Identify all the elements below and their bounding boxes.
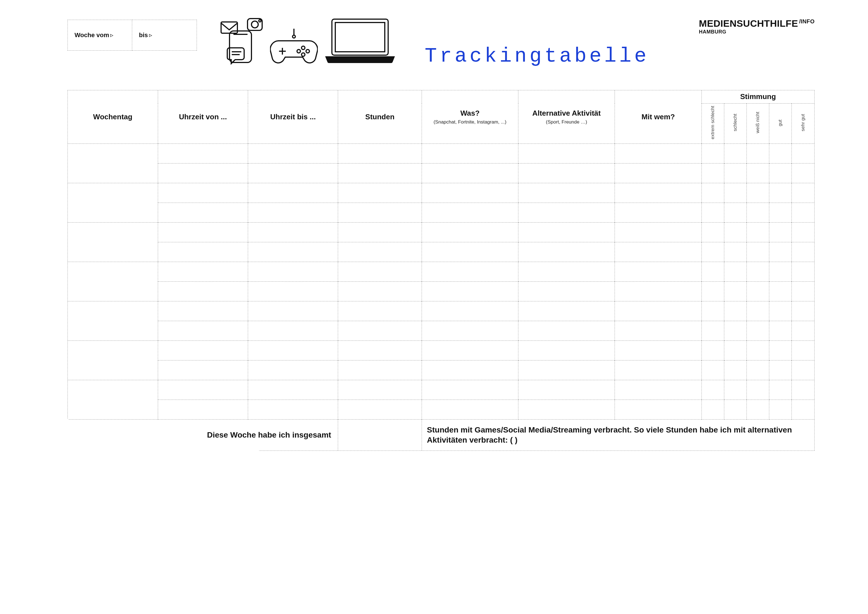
data-cell[interactable] xyxy=(615,222,702,242)
data-cell[interactable] xyxy=(724,321,747,341)
data-cell[interactable] xyxy=(518,144,615,163)
data-cell[interactable] xyxy=(769,163,792,183)
data-cell[interactable] xyxy=(248,262,338,282)
data-cell[interactable] xyxy=(792,321,814,341)
data-cell[interactable] xyxy=(518,321,615,341)
data-cell[interactable] xyxy=(158,380,248,400)
data-cell[interactable] xyxy=(724,203,747,222)
data-cell[interactable] xyxy=(518,282,615,302)
data-cell[interactable] xyxy=(615,203,702,222)
data-cell[interactable] xyxy=(422,203,518,222)
data-cell[interactable] xyxy=(792,400,814,420)
data-cell[interactable] xyxy=(769,183,792,203)
data-cell[interactable] xyxy=(724,183,747,203)
data-cell[interactable] xyxy=(248,302,338,321)
data-cell[interactable] xyxy=(724,361,747,380)
data-cell[interactable] xyxy=(158,361,248,380)
week-from-cell[interactable]: Woche vom ▹ xyxy=(68,20,132,51)
data-cell[interactable] xyxy=(747,341,769,361)
data-cell[interactable] xyxy=(724,302,747,321)
data-cell[interactable] xyxy=(747,321,769,341)
data-cell[interactable] xyxy=(248,242,338,262)
data-cell[interactable] xyxy=(338,361,422,380)
data-cell[interactable] xyxy=(792,163,814,183)
data-cell[interactable] xyxy=(518,380,615,400)
data-cell[interactable] xyxy=(248,282,338,302)
data-cell[interactable] xyxy=(248,341,338,361)
data-cell[interactable] xyxy=(422,163,518,183)
data-cell[interactable] xyxy=(747,183,769,203)
data-cell[interactable] xyxy=(702,341,724,361)
day-cell[interactable] xyxy=(68,183,158,222)
data-cell[interactable] xyxy=(338,341,422,361)
data-cell[interactable] xyxy=(422,222,518,242)
data-cell[interactable] xyxy=(518,242,615,262)
data-cell[interactable] xyxy=(792,144,814,163)
data-cell[interactable] xyxy=(769,380,792,400)
data-cell[interactable] xyxy=(518,222,615,242)
data-cell[interactable] xyxy=(422,242,518,262)
data-cell[interactable] xyxy=(338,163,422,183)
data-cell[interactable] xyxy=(338,321,422,341)
data-cell[interactable] xyxy=(724,400,747,420)
data-cell[interactable] xyxy=(422,361,518,380)
data-cell[interactable] xyxy=(338,222,422,242)
day-cell[interactable] xyxy=(68,262,158,302)
data-cell[interactable] xyxy=(724,341,747,361)
data-cell[interactable] xyxy=(769,400,792,420)
data-cell[interactable] xyxy=(724,262,747,282)
data-cell[interactable] xyxy=(615,341,702,361)
data-cell[interactable] xyxy=(747,222,769,242)
data-cell[interactable] xyxy=(724,163,747,183)
data-cell[interactable] xyxy=(747,144,769,163)
data-cell[interactable] xyxy=(338,302,422,321)
data-cell[interactable] xyxy=(702,144,724,163)
data-cell[interactable] xyxy=(158,321,248,341)
data-cell[interactable] xyxy=(702,302,724,321)
week-to-cell[interactable]: bis ▹ xyxy=(132,20,197,51)
data-cell[interactable] xyxy=(518,262,615,282)
data-cell[interactable] xyxy=(248,222,338,242)
data-cell[interactable] xyxy=(518,183,615,203)
data-cell[interactable] xyxy=(158,262,248,282)
data-cell[interactable] xyxy=(702,400,724,420)
data-cell[interactable] xyxy=(769,262,792,282)
data-cell[interactable] xyxy=(248,163,338,183)
data-cell[interactable] xyxy=(615,262,702,282)
data-cell[interactable] xyxy=(248,361,338,380)
data-cell[interactable] xyxy=(248,203,338,222)
data-cell[interactable] xyxy=(615,282,702,302)
data-cell[interactable] xyxy=(158,222,248,242)
data-cell[interactable] xyxy=(422,302,518,321)
data-cell[interactable] xyxy=(338,282,422,302)
data-cell[interactable] xyxy=(702,242,724,262)
data-cell[interactable] xyxy=(422,380,518,400)
data-cell[interactable] xyxy=(724,380,747,400)
data-cell[interactable] xyxy=(158,341,248,361)
data-cell[interactable] xyxy=(615,321,702,341)
data-cell[interactable] xyxy=(518,203,615,222)
data-cell[interactable] xyxy=(422,183,518,203)
data-cell[interactable] xyxy=(518,163,615,183)
data-cell[interactable] xyxy=(158,302,248,321)
data-cell[interactable] xyxy=(792,183,814,203)
data-cell[interactable] xyxy=(248,183,338,203)
data-cell[interactable] xyxy=(518,302,615,321)
data-cell[interactable] xyxy=(747,282,769,302)
data-cell[interactable] xyxy=(747,262,769,282)
data-cell[interactable] xyxy=(769,341,792,361)
data-cell[interactable] xyxy=(615,183,702,203)
data-cell[interactable] xyxy=(338,262,422,282)
data-cell[interactable] xyxy=(422,321,518,341)
data-cell[interactable] xyxy=(248,144,338,163)
data-cell[interactable] xyxy=(769,203,792,222)
data-cell[interactable] xyxy=(792,222,814,242)
data-cell[interactable] xyxy=(248,380,338,400)
data-cell[interactable] xyxy=(747,400,769,420)
data-cell[interactable] xyxy=(724,222,747,242)
data-cell[interactable] xyxy=(702,222,724,242)
data-cell[interactable] xyxy=(747,203,769,222)
data-cell[interactable] xyxy=(158,163,248,183)
data-cell[interactable] xyxy=(792,302,814,321)
data-cell[interactable] xyxy=(615,380,702,400)
